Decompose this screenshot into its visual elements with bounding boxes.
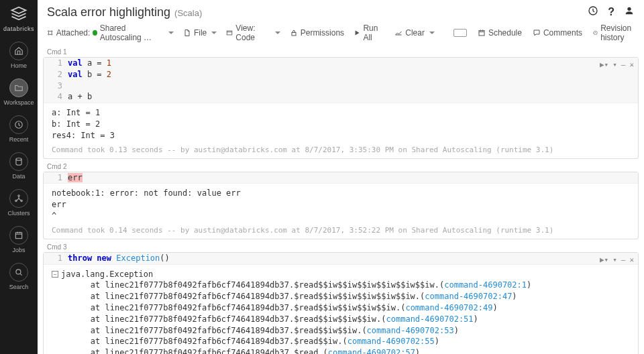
comments-button[interactable]: Comments [533, 23, 582, 42]
notebook-cell: 1errnotebook:1: error: not found: value … [43, 172, 639, 239]
main-area: ? Scala error highlighting (Scala) Attac… [38, 0, 644, 354]
revision-history-button[interactable]: Revision history [593, 23, 635, 42]
sidebar-item-label: Recent [4, 136, 34, 143]
sidebar-item-clusters[interactable]: Clusters [4, 189, 34, 217]
code-line[interactable]: 1throw new Exception() [44, 253, 638, 264]
code-line[interactable]: 4a + b [44, 91, 638, 103]
line-number: 4 [49, 91, 68, 103]
sidebar-item-label: Workspace [4, 99, 34, 106]
sidebar-item-home[interactable]: Home [4, 42, 34, 69]
notebook-cells: Cmd 1▶▾▾—✕1val a = 12val b = 234a + ba: … [38, 47, 644, 354]
svg-rect-15 [479, 31, 484, 36]
stack-link[interactable]: command-4690702:53 [367, 326, 454, 335]
chevron-down-icon[interactable]: ▾ [612, 255, 617, 264]
code-line[interactable]: 1err [44, 172, 638, 184]
close-icon[interactable]: ✕ [629, 60, 634, 69]
user-icon[interactable] [624, 5, 635, 19]
svg-point-11 [48, 34, 50, 36]
code-editor[interactable]: ▶▾▾—✕1throw new Exception() [44, 253, 638, 265]
sidebar-item-data[interactable]: Data [4, 152, 34, 180]
search-icon [9, 263, 28, 282]
keyboard-icon[interactable] [453, 23, 467, 42]
stack-frame: at linec21f0777b8f0492fafb6cf74641894db3… [52, 302, 630, 314]
permissions-button[interactable]: Permissions [290, 28, 344, 38]
line-number: 1 [49, 58, 68, 69]
svg-point-12 [51, 34, 52, 36]
attached-cluster-menu[interactable]: Attached: Shared Autoscaling … [47, 23, 174, 42]
clear-menu[interactable]: Clear [394, 28, 435, 38]
stack-link[interactable]: command-4690702:1 [444, 280, 527, 290]
svg-point-1 [16, 158, 21, 161]
run-all-button[interactable]: Run All [354, 23, 385, 42]
file-menu[interactable]: File [183, 28, 217, 38]
view-menu[interactable]: View: Code [226, 23, 280, 42]
notebook-cell: ▶▾▾—✕1val a = 12val b = 234a + ba: Int =… [43, 57, 639, 159]
cell-meta: Command took 0.13 seconds -- by austin@d… [44, 145, 638, 158]
minimize-icon[interactable]: — [621, 60, 626, 69]
svg-point-9 [48, 31, 50, 32]
cell-label: Cmd 3 [43, 242, 639, 252]
run-cell-icon[interactable]: ▶▾ [600, 255, 608, 264]
line-number: 2 [49, 69, 68, 80]
cell-output: −java.lang.Exception at linec21f0777b8f0… [44, 265, 638, 354]
svg-rect-14 [292, 33, 296, 36]
line-number: 1 [49, 172, 68, 184]
cell-meta: Command took 0.14 seconds -- by austin@d… [44, 226, 638, 239]
db-icon [9, 152, 28, 171]
attached-name: Shared Autoscaling … [100, 23, 164, 42]
collapse-icon[interactable]: − [52, 271, 58, 278]
databricks-logo [9, 4, 28, 23]
attached-prefix: Attached: [56, 28, 91, 38]
minimize-icon[interactable]: — [621, 255, 626, 264]
code-line[interactable]: 2val b = 2 [44, 69, 638, 80]
code-editor[interactable]: 1err [44, 172, 638, 184]
cluster-status-dot [93, 30, 97, 36]
svg-point-2 [18, 195, 19, 196]
chevron-down-icon[interactable]: ▾ [612, 60, 617, 69]
svg-point-3 [15, 200, 17, 201]
code-line[interactable]: 1val a = 1 [44, 58, 638, 69]
schedule-button[interactable]: Schedule [478, 23, 522, 42]
home-icon [9, 42, 28, 60]
svg-rect-13 [227, 31, 233, 35]
stack-frame: at linec21f0777b8f0492fafb6cf74641894db3… [52, 325, 630, 337]
cell-label: Cmd 2 [43, 162, 639, 172]
sidebar-item-workspace[interactable]: Workspace [4, 78, 34, 106]
cluster-icon [9, 189, 28, 208]
run-cell-icon[interactable]: ▶▾ [600, 60, 608, 69]
stack-frame: at linec21f0777b8f0492fafb6cf74641894db3… [52, 347, 630, 354]
line-number: 3 [49, 80, 68, 92]
sidebar-item-label: Clusters [4, 210, 34, 217]
svg-point-8 [627, 7, 631, 11]
sidebar-item-jobs[interactable]: Jobs [4, 226, 34, 253]
folder-icon [9, 78, 28, 97]
stack-link[interactable]: command-4690702:51 [386, 314, 474, 324]
svg-point-10 [51, 31, 52, 32]
cell-label: Cmd 1 [43, 47, 639, 57]
stack-link[interactable]: command-4690702:47 [425, 292, 512, 301]
top-right-icons: ? [588, 5, 635, 19]
line-number: 1 [49, 253, 68, 264]
brand-text: databricks [3, 25, 34, 32]
code-line[interactable]: 3 [44, 80, 638, 92]
cell-output: notebook:1: error: not found: value err … [44, 184, 638, 225]
stack-link[interactable]: command-4690702:57 [328, 348, 415, 354]
close-icon[interactable]: ✕ [629, 255, 634, 264]
sidebar-item-search[interactable]: Search [4, 263, 34, 290]
svg-point-6 [16, 270, 21, 274]
stack-frame: at linec21f0777b8f0492fafb6cf74641894db3… [52, 336, 630, 347]
svg-point-4 [21, 200, 22, 201]
language-label: (Scala) [174, 8, 202, 18]
help-icon[interactable]: ? [608, 6, 614, 18]
code-editor[interactable]: ▶▾▾—✕1val a = 12val b = 234a + b [44, 58, 638, 103]
history-icon[interactable] [588, 5, 598, 19]
toolbar: Attached: Shared Autoscaling … File View… [38, 19, 644, 47]
stack-link[interactable]: command-4690702:55 [347, 337, 435, 346]
sidebar-item-label: Home [4, 62, 34, 69]
sidebar-item-label: Jobs [4, 247, 34, 253]
stack-link[interactable]: command-4690702:49 [405, 303, 492, 312]
page-title: Scala error highlighting [47, 5, 170, 19]
stack-frame: at linec21f0777b8f0492fafb6cf74641894db3… [52, 314, 630, 325]
left-sidebar: databricks HomeWorkspaceRecentDataCluste… [0, 0, 38, 354]
sidebar-item-recent[interactable]: Recent [4, 115, 34, 143]
